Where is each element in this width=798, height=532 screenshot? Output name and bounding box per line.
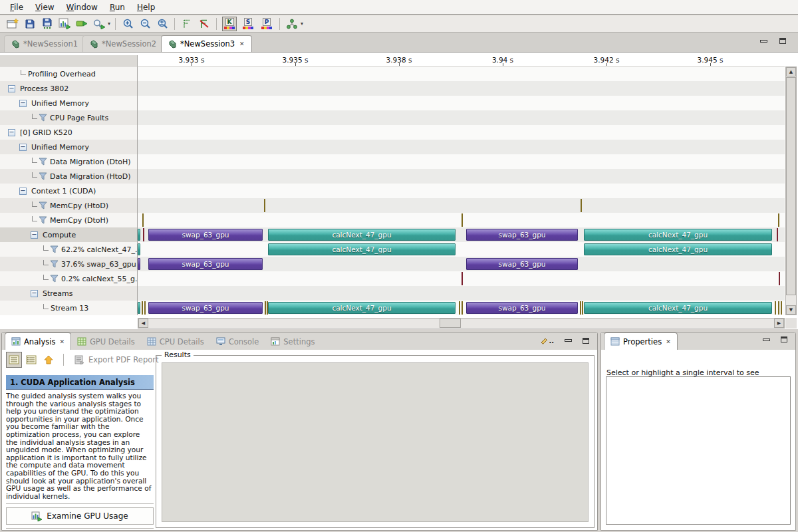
interval-tick[interactable] [144,301,146,315]
timeline-bar[interactable]: swap_63_gpu [148,302,263,314]
tree-row[interactable]: −Compute [0,227,138,242]
tree-row[interactable]: −Context 1 (CUDA) [0,184,138,198]
interval-tick[interactable] [267,301,268,315]
interval-tick[interactable] [462,272,463,285]
interval-tick[interactable] [462,301,463,315]
interval-tick[interactable] [582,301,583,315]
tree-row[interactable]: −Unified Memory [0,96,138,110]
interval-tick[interactable] [462,213,463,227]
interval-tick[interactable] [265,301,266,315]
scroll-down-icon[interactable]: ▼ [786,305,796,315]
filter-icon[interactable] [39,114,47,122]
timeline-ruler[interactable]: 3.933 s3.935 s3.938 s3.94 s3.942 s3.945 … [138,55,785,66]
filter-icon[interactable] [50,245,59,253]
session-tab[interactable]: *NewSession1 [4,35,85,52]
source-zoom-icon[interactable] [90,17,108,31]
interval-tick[interactable] [459,301,460,315]
dependency-analysis-icon[interactable] [283,17,301,31]
interval-tick[interactable] [775,301,776,315]
scroll-right-icon[interactable]: ▶ [774,319,784,328]
tree-row[interactable]: Profiling Overhead [0,66,138,81]
minimize-icon[interactable] [760,40,767,43]
tab-settings[interactable]: Settings [265,333,321,350]
collapse-icon[interactable]: − [31,231,38,239]
interval-tick[interactable] [580,301,581,315]
flag-end-icon[interactable] [196,17,213,31]
collapse-icon[interactable]: − [31,290,38,297]
interval-tick[interactable] [264,199,265,212]
menu-item-file[interactable]: File [4,1,29,13]
menu-item-view[interactable]: View [29,1,60,13]
filter-icon[interactable] [39,158,47,166]
tab-analysis[interactable]: Analysis✕ [5,332,71,350]
interval-tick[interactable] [143,228,144,241]
back-up-icon[interactable] [41,352,57,368]
save-icon[interactable] [21,17,39,31]
timeline-bar[interactable]: calcNext_47_gpu [268,229,456,241]
interval-tick[interactable] [778,301,779,315]
export-pdf-button[interactable]: Export PDF Report [69,353,164,366]
timeline-bar[interactable]: calcNext_47_gpu [584,229,772,241]
interval-tick[interactable] [778,213,779,227]
menu-item-window[interactable]: Window [61,1,104,13]
tree-row[interactable]: −Streams [0,286,138,301]
run-analysis-icon[interactable] [73,17,90,31]
menu-item-run[interactable]: Run [104,1,131,13]
minimize-icon[interactable] [763,338,770,341]
timeline-bar-sliver[interactable] [138,302,140,314]
timeline-bar[interactable]: calcNext_47_gpu [584,243,772,255]
timeline-bar[interactable]: swap_63_gpu [466,229,578,241]
tree-row[interactable]: Data Migration (HtoD) [0,169,138,184]
examine-gpu-usage-button[interactable]: Examine GPU Usage [6,507,154,525]
tree-row[interactable]: −Process 3802 [0,81,138,96]
collapse-icon[interactable]: − [19,100,27,107]
profile-application-icon[interactable] [56,17,73,31]
zoom-fit-icon[interactable] [154,17,171,31]
stream-coloring-button[interactable]: S [241,17,255,31]
timeline-bar[interactable]: swap_63_gpu [148,229,263,241]
filter-icon[interactable] [39,201,47,209]
tab-cpu-details[interactable]: CPU Details [141,333,210,350]
maximize-icon[interactable] [781,336,787,342]
timeline-bar[interactable]: calcNext_47_gpu [268,302,456,314]
flag-start-icon[interactable] [178,17,196,31]
horizontal-scrollbar[interactable]: ◀ ▶ [138,318,785,329]
timeline-bar[interactable]: swap_63_gpu [466,258,578,270]
timeline-bar-sliver[interactable] [138,229,140,241]
pencil-icon[interactable]: .. [540,336,554,344]
minimize-icon[interactable] [565,339,572,342]
filter-icon[interactable] [50,260,59,268]
collapse-icon[interactable]: − [8,129,15,136]
close-icon[interactable]: ✕ [59,338,65,345]
close-icon[interactable]: ✕ [239,41,245,47]
close-icon[interactable]: ✕ [666,338,671,345]
tree-row[interactable]: Data Migration (DtoH) [0,154,138,169]
filter-icon[interactable] [39,172,47,180]
zoom-out-icon[interactable] [136,17,154,31]
kernel-coloring-button[interactable]: K [222,17,237,31]
tree-row[interactable]: CPU Page Faults [0,110,138,125]
timeline-bar-sliver[interactable] [138,243,140,255]
tab-console[interactable]: Console [210,333,265,350]
tree-row[interactable]: 37.6% swap_63_gpu [0,257,138,271]
maximize-icon[interactable] [779,38,786,44]
tree-row[interactable]: MemCpy (HtoD) [0,198,138,213]
unguided-analysis-toggle[interactable] [23,352,39,368]
tree-row[interactable]: MemCpy (DtoH) [0,213,138,227]
filter-icon[interactable] [39,216,47,224]
scroll-left-icon[interactable]: ◀ [138,319,148,328]
filter-icon[interactable] [50,275,59,283]
session-tab[interactable]: *NewSession2 [82,35,164,52]
maximize-icon[interactable] [583,338,589,344]
timeline-bar[interactable]: swap_63_gpu [148,258,263,270]
tree-row[interactable]: −[0] GRID K520 [0,125,138,140]
vertical-scroll-thumb[interactable] [786,77,796,295]
tree-row[interactable]: Stream 13 [0,301,138,315]
save-all-icon[interactable] [39,17,56,31]
vertical-scrollbar[interactable]: ▲ ▼ [785,66,797,315]
timeline-bar[interactable]: calcNext_47_gpu [584,302,772,314]
tab-properties[interactable]: Properties ✕ [604,332,678,350]
zoom-in-icon[interactable] [119,17,136,31]
interval-tick[interactable] [779,272,780,285]
chevron-down-icon[interactable]: ▾ [108,21,110,27]
